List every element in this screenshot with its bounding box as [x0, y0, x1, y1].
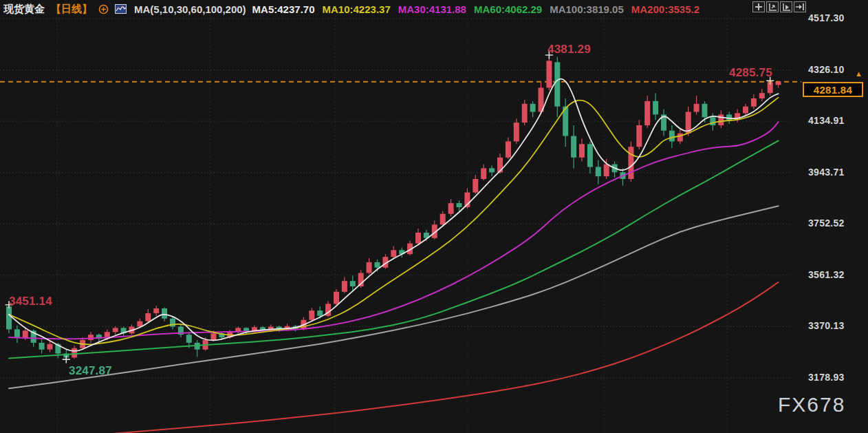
ma-line-ma200: [83, 282, 779, 433]
candle: [661, 109, 666, 136]
candle: [178, 324, 184, 338]
timeframe-label: 【日线】: [51, 3, 92, 16]
ma-line-ma10: [9, 98, 779, 345]
candle: [72, 346, 77, 359]
candle: [579, 139, 585, 162]
last-price-tag: 4281.84: [803, 82, 863, 97]
symbol-title: 现货黄金: [3, 3, 45, 16]
price-axis-label: 4134.91: [808, 115, 863, 126]
ma-value-label: MA100:3819.05: [550, 3, 624, 15]
candles-layer: [6, 55, 781, 359]
candle: [350, 275, 356, 290]
candle: [399, 247, 404, 257]
candle: [121, 327, 127, 337]
watermark-logo: FX678: [778, 393, 845, 416]
price-annotation: 4381.29: [547, 43, 591, 56]
candle: [735, 109, 740, 123]
scale-axis-play-icon[interactable]: [780, 1, 792, 12]
candle: [653, 93, 658, 120]
price-axis-label: 3561.32: [808, 269, 863, 280]
candle: [759, 89, 765, 101]
candle: [628, 141, 633, 182]
price-axis-label: 3370.13: [808, 320, 863, 331]
indicator-chart-icon[interactable]: [115, 4, 127, 14]
trading-chart-app: { "header": { "symbol": "现货黄金", "period"…: [0, 0, 868, 433]
candle: [6, 305, 12, 333]
price-annotation: 4285.75: [729, 66, 772, 80]
ma-value-label: MA200:3535.2: [631, 3, 699, 15]
ma-line-ma30: [9, 122, 779, 339]
candle: [522, 100, 528, 125]
candle: [694, 96, 699, 114]
candle: [88, 332, 94, 343]
candle: [718, 111, 724, 128]
candle: [415, 229, 421, 244]
gridlines-layer: [0, 15, 791, 433]
candle: [644, 96, 650, 128]
price-axis-label: 3943.71: [808, 167, 863, 178]
candle: [309, 308, 314, 321]
candle: [334, 289, 339, 305]
candle: [489, 166, 495, 177]
price-axis-label: 3752.52: [808, 218, 863, 229]
candle: [743, 104, 748, 116]
candle: [481, 165, 486, 180]
candle: [506, 138, 511, 159]
ma-line-ma100: [9, 206, 779, 388]
candle: [448, 199, 454, 216]
price-annotation: 3247.87: [69, 364, 112, 378]
candle: [546, 55, 552, 90]
ma-value-label: MA5:4237.70: [252, 3, 315, 15]
candle: [325, 301, 331, 317]
ma-value-label: MA60:4062.29: [474, 3, 542, 15]
move-crosshair-icon[interactable]: [752, 1, 765, 12]
chart-header: 现货黄金 【日线】 MA(5,10,30,60,100,200) MA5:423…: [3, 2, 699, 16]
candle: [751, 94, 757, 109]
go-to-latest-icon[interactable]: [794, 1, 806, 12]
candle: [113, 326, 118, 335]
ma-value-label: MA10:4223.37: [323, 3, 391, 15]
price-up-arrow-icon: ▲: [855, 70, 862, 78]
candle: [252, 326, 257, 334]
chart-toolbar: [752, 1, 806, 12]
candle: [367, 258, 372, 274]
candle: [39, 339, 45, 354]
ma-value-label: MA30:4131.88: [398, 3, 466, 15]
candlestick-chart[interactable]: [0, 0, 868, 433]
candle: [342, 277, 347, 293]
candle: [776, 81, 781, 88]
candle: [432, 220, 437, 239]
ma-values-legend: MA5:4237.70MA10:4223.37MA30:4131.88MA60:…: [252, 3, 699, 15]
candle: [596, 160, 601, 184]
candle: [153, 306, 159, 316]
candle: [612, 162, 618, 178]
candle: [473, 175, 478, 193]
candle: [530, 101, 536, 117]
candle: [47, 341, 53, 352]
candle: [145, 309, 151, 323]
price-axis-label: 3178.93: [808, 372, 863, 383]
candle: [587, 141, 593, 173]
price-annotation: 3451.14: [9, 295, 52, 308]
candle: [14, 326, 20, 343]
candle: [195, 340, 200, 357]
candle: [514, 118, 519, 144]
ma-settings-label: MA(5,10,30,60,100,200): [134, 3, 246, 15]
candle: [554, 57, 560, 118]
price-axis-label: 4517.30: [808, 12, 863, 23]
candle: [382, 254, 388, 268]
candle: [571, 125, 576, 168]
candle: [636, 120, 642, 149]
add-circle-icon[interactable]: [98, 4, 109, 14]
scale-axis-up-icon[interactable]: [766, 1, 779, 12]
